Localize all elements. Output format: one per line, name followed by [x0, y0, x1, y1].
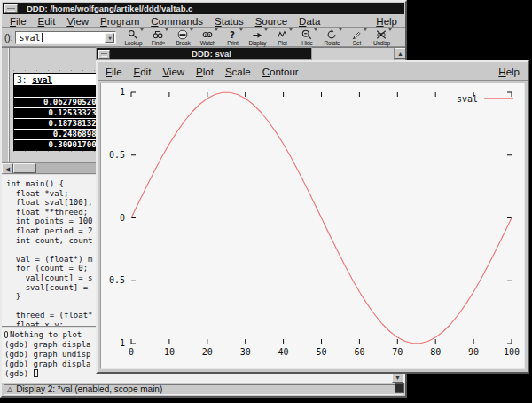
plot-window: File Edit View Plot Scale Contour Help 0… — [96, 60, 529, 374]
question-mark-icon: ? — [227, 29, 238, 40]
panel-edge — [2, 48, 10, 162]
plot-canvas: 0102030405060708090100-1-0.500.51sval — [100, 83, 525, 369]
svg-text:50: 50 — [316, 347, 326, 357]
menu-edit[interactable]: Edit — [38, 16, 56, 27]
svg-text:-0.5: -0.5 — [104, 275, 125, 285]
resize-grip[interactable] — [395, 383, 404, 393]
svg-text:60: 60 — [354, 347, 364, 357]
menu-program[interactable]: Program — [100, 16, 139, 27]
menu-data[interactable]: Data — [299, 16, 320, 27]
svg-text:-1: -1 — [114, 338, 125, 348]
menu-view[interactable]: View — [66, 16, 89, 27]
argument-label: (): — [4, 33, 12, 43]
console-line: Nothing to plot — [10, 330, 82, 339]
plot-menu-file[interactable]: File — [106, 67, 122, 77]
set-button[interactable]: Set — [344, 28, 369, 47]
undisplay-button[interactable]: Undisp — [369, 28, 394, 47]
hide-button[interactable]: Hide — [294, 28, 319, 47]
menu-status[interactable]: Status — [215, 16, 244, 27]
display-values-table: 00.06279052050.1253332350.1873813270.248… — [13, 86, 104, 151]
watch-button[interactable]: Watch — [195, 28, 220, 47]
break-button[interactable]: Break — [170, 28, 195, 47]
print-button[interactable]: ? Print — [220, 28, 245, 47]
plot-menu-contour[interactable]: Contour — [262, 67, 299, 77]
circular-arrow-icon — [326, 29, 337, 40]
sine-plot: 0102030405060708090100-1-0.500.51sval — [101, 83, 524, 368]
magnifier-icon — [128, 29, 138, 40]
menu-commands[interactable]: Commands — [151, 16, 203, 27]
rotate-button[interactable]: Rotate — [319, 28, 344, 47]
main-toolbar: (): sval ▼ Lookup Find» — [2, 28, 405, 47]
display-node-sval[interactable]: 3: sval 00.06279052050.1253332350.187381… — [13, 73, 104, 151]
dropdown-marker-icon — [339, 28, 342, 31]
binoculars-icon — [153, 29, 163, 40]
goggles-icon — [202, 29, 213, 40]
dropdown-marker-icon — [215, 28, 218, 31]
plot-window-title: DDD: sval — [112, 49, 311, 59]
plot-menubar: File Edit View Plot Scale Contour Help — [98, 62, 528, 81]
argument-field[interactable]: sval ▼ — [15, 31, 116, 44]
main-window-title: DDD: /home/wolfgang/artikel/ddd/valtab.c — [20, 4, 192, 13]
dropdown-marker-icon — [388, 28, 392, 31]
menu-file[interactable]: File — [10, 16, 27, 27]
dropdown-marker-icon — [264, 28, 268, 31]
toolbar-buttons: Lookup Find» Break Watch — [121, 28, 394, 47]
dropdown-marker-icon — [314, 28, 317, 31]
svg-text:1: 1 — [120, 87, 125, 97]
plot-menu-view[interactable]: View — [162, 67, 184, 77]
dropdown-marker-icon — [140, 28, 144, 31]
svg-text:30: 30 — [240, 347, 251, 357]
scrollbar-thumb[interactable] — [13, 163, 36, 173]
crossed-out-icon — [376, 29, 387, 40]
svg-text:70: 70 — [392, 347, 403, 357]
svg-text:?: ? — [230, 29, 235, 40]
main-titlebar[interactable]: DDD: /home/wolfgang/artikel/ddd/valtab.c — [3, 3, 404, 14]
status-bar: △ Display 2: *val (enabled, scope main) — [2, 383, 405, 396]
menu-help[interactable]: Help — [376, 16, 397, 27]
plot-window-menu-button[interactable] — [98, 50, 110, 59]
gdb-cursor-icon — [34, 369, 38, 377]
menu-source[interactable]: Source — [255, 16, 287, 27]
dropdown-marker-icon — [165, 28, 168, 31]
main-menubar: File Edit View Program Commands Status S… — [2, 14, 405, 28]
window-menu-button[interactable] — [4, 4, 18, 13]
scroll-left-icon[interactable]: ◀ — [2, 163, 13, 173]
plot-titlebar[interactable]: DDD: sval — [96, 47, 312, 60]
find-forward-button[interactable]: Find» — [145, 28, 170, 47]
svg-text:100: 100 — [504, 347, 520, 357]
display-value-row: 0.187381327 — [14, 118, 103, 129]
lookup-button[interactable]: Lookup — [121, 28, 145, 47]
display-value-row: 0.24868989 — [14, 129, 103, 139]
plot-menu-edit[interactable]: Edit — [134, 67, 152, 77]
svg-text:0: 0 — [120, 213, 125, 223]
status-indicator-icon[interactable]: △ — [7, 386, 12, 393]
display-title[interactable]: 3: sval — [13, 73, 104, 86]
dropdown-marker-icon — [239, 28, 243, 31]
magnifier-minus-icon — [301, 29, 312, 40]
svg-text:20: 20 — [202, 347, 213, 357]
plot-menu-scale[interactable]: Scale — [225, 67, 251, 77]
display-button[interactable]: Display — [245, 28, 270, 47]
display-value-row: 0.309017003 — [14, 139, 103, 150]
svg-text:10: 10 — [164, 347, 175, 357]
pointing-hand-icon — [252, 29, 262, 40]
plot-button[interactable]: Plot — [270, 28, 294, 47]
desktop: DDD: /home/wolfgang/artikel/ddd/valtab.c… — [0, 0, 532, 403]
argument-value: sval — [19, 33, 40, 43]
svg-text:sval: sval — [457, 94, 478, 104]
svg-text:90: 90 — [468, 347, 479, 357]
plot-menu-help[interactable]: Help — [498, 67, 520, 77]
pencil-icon — [351, 29, 362, 40]
display-value-row: 0 — [14, 86, 103, 97]
combo-dropdown-icon[interactable]: ▼ — [105, 33, 114, 43]
svg-text:0: 0 — [129, 347, 134, 357]
dropdown-marker-icon — [364, 28, 367, 31]
display-value-row: 0.125333235 — [14, 107, 103, 118]
plot-menu-plot[interactable]: Plot — [196, 67, 214, 77]
display-value-row: 0.0627905205 — [14, 97, 103, 107]
dropdown-marker-icon — [190, 28, 193, 31]
stop-sign-icon — [177, 29, 188, 40]
message-glyph-icon — [4, 331, 8, 338]
scroll-up-icon[interactable]: ▲ — [395, 48, 405, 59]
line-graph-icon — [277, 29, 287, 40]
